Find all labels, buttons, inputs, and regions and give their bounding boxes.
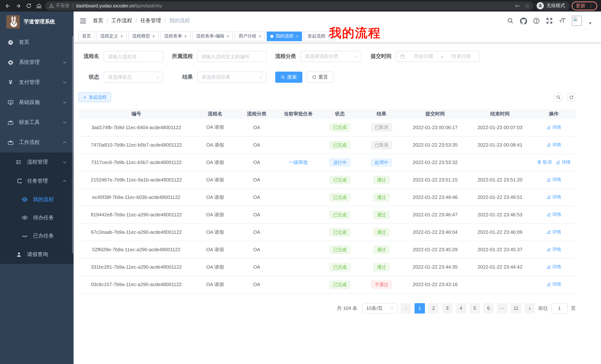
tab-label: 流程表单-编辑 [196,33,224,39]
submit-time-range-picker[interactable]: 开始日期 - 结束日期 [396,51,480,62]
home-icon[interactable] [35,2,43,10]
close-tab-icon[interactable]: × [184,34,187,38]
page-button-3[interactable]: 3 [442,303,452,313]
tab-home[interactable]: 首页 [78,31,95,41]
caret-down-icon[interactable]: ▼ [588,21,592,26]
breadcrumb-workflow[interactable]: 工作流程 [111,18,140,24]
detail-button[interactable]: 详情 [547,124,561,130]
search-icon [556,95,561,100]
tab-my-process[interactable]: 我的流程× [267,31,302,41]
breadcrumb-task-management[interactable]: 任务管理 [140,18,169,24]
forward-icon[interactable] [14,2,22,10]
browser-menu-icon[interactable]: ⋮ [588,3,593,9]
search-button[interactable]: 搜索 [275,72,302,83]
help-icon[interactable] [533,17,540,25]
sidebar-item-workflow[interactable]: 工作流程 [0,133,74,153]
detail-button[interactable]: 详情 [547,264,561,270]
sidebar-toggle-icon[interactable] [80,17,87,25]
detail-button[interactable]: 详情 [547,194,561,200]
sidebar-item-process-management[interactable]: 流程管理 [0,153,74,172]
tab-process-definition[interactable]: 流程定义× [97,31,127,41]
pen-icon [547,178,551,182]
key-icon[interactable] [514,3,520,9]
page-button-5[interactable]: 5 [470,303,480,313]
prev-page-button[interactable]: ‹ [401,303,411,313]
close-tab-icon[interactable]: × [120,34,123,38]
sidebar-item-todo-tasks[interactable]: 待办任务 [0,209,74,227]
show-search-button[interactable] [554,93,563,102]
search-icon[interactable] [507,17,514,25]
sidebar-item-done-tasks[interactable]: 已办任务 [0,227,74,245]
status-select[interactable]: 请选择状态 [104,72,163,83]
end-time: 2022-01-22 23:49:51 [478,194,522,200]
reset-button[interactable]: 重置 [306,72,334,83]
sidebar-item-infrastructure[interactable]: 基础设施 [0,92,74,112]
detail-button[interactable]: 详情 [547,229,561,235]
pen-icon [547,247,551,252]
process-name: OA 请假 [206,281,224,287]
page-size-select[interactable]: 10条/页 [362,303,397,313]
breadcrumb-home[interactable]: 首页 [93,18,111,24]
process-category-select[interactable]: 请选择流程分类 [300,51,362,62]
avatar[interactable] [572,16,582,26]
close-tab-icon[interactable]: × [152,34,155,38]
page-size-value: 10条/页 [366,305,383,312]
process-id: 7470a810-7b9b-11ec-b5b7-acde48001122 [91,142,182,148]
process-category: OA [253,177,260,182]
pen-icon [547,195,551,200]
page-button-6[interactable]: 6 [483,303,494,313]
security-warning[interactable]: 不安全 [49,3,70,9]
back-icon[interactable] [4,2,12,10]
goto-page-input[interactable] [551,303,568,313]
sidebar-scrollbar[interactable] [72,36,73,253]
detail-button[interactable]: 详情 [556,159,571,165]
current-task-link[interactable]: 一级审批 [289,159,308,165]
sidebar-item-leave-query[interactable]: 请假查询 [0,245,74,264]
chevron-down-icon [62,160,67,164]
fullscreen-icon[interactable] [546,17,553,25]
process-name-input[interactable] [104,51,163,62]
sidebar-item-system[interactable]: 系统管理 [0,52,74,72]
update-button[interactable]: 更新 ⋮ [572,1,597,10]
url-bar[interactable]: 不安全 dashboard.yudao.iocoder.cn/bpm/task/… [45,1,533,10]
reload-icon[interactable] [25,2,33,10]
bookmark-star-icon[interactable]: ☆ [525,3,530,9]
page-button-1[interactable]: 1 [415,303,425,313]
page-button-4[interactable]: 4 [456,303,466,313]
tab-user-group[interactable]: 用户分组× [235,31,265,41]
detail-button[interactable]: 详情 [547,142,561,148]
process-definition-input[interactable] [197,51,266,62]
divider [73,3,73,8]
sidebar-item-devtools[interactable]: 研发工具 [0,112,74,133]
font-size-icon[interactable] [559,17,566,25]
url-text: dashboard.yudao.iocoder.cn/bpm/task/my [76,3,162,8]
close-tab-icon[interactable]: × [259,34,261,38]
page-button-11[interactable]: 11 [511,303,521,313]
result-select[interactable]: 请选择流结果 [197,72,266,83]
close-tab-icon[interactable]: × [296,34,298,38]
close-tab-icon[interactable]: × [227,34,229,38]
github-icon[interactable] [520,17,527,25]
tab-process-form[interactable]: 流程表单× [160,31,190,41]
app-logo[interactable]: 芋道管理系统 [0,11,74,32]
detail-button[interactable]: 详情 [547,246,561,253]
page-button-2[interactable]: 2 [428,303,439,313]
start-process-button[interactable]: 发起流程 [78,92,111,102]
refresh-table-button[interactable] [567,93,576,102]
tab-process-model[interactable]: 流程模型× [129,31,159,41]
detail-button[interactable]: 详情 [547,177,561,183]
next-page-button[interactable]: › [524,303,535,313]
sidebar-item-payment[interactable]: ¥ 支付管理 [0,72,74,92]
table-row: 67c2eaab-7b9a-11ec-a290-acde48001122 OA … [78,223,576,241]
page-ellipsis[interactable]: ··· [497,303,507,313]
sidebar-item-label: 已办任务 [33,232,54,239]
detail-button[interactable]: 详情 [547,211,561,218]
sidebar-item-task-management[interactable]: 任务管理 [0,172,74,190]
detail-button[interactable]: 详情 [547,281,561,287]
sidebar-item-home[interactable]: 首页 [0,32,74,52]
cancel-button[interactable]: 取消 [537,159,551,165]
process-category: OA [253,212,260,217]
tab-process-form-edit[interactable]: 流程表单-编辑× [192,31,233,41]
header-submit-time: 提交时间 [402,109,468,119]
sidebar-item-my-process[interactable]: 我的流程 [0,190,74,209]
